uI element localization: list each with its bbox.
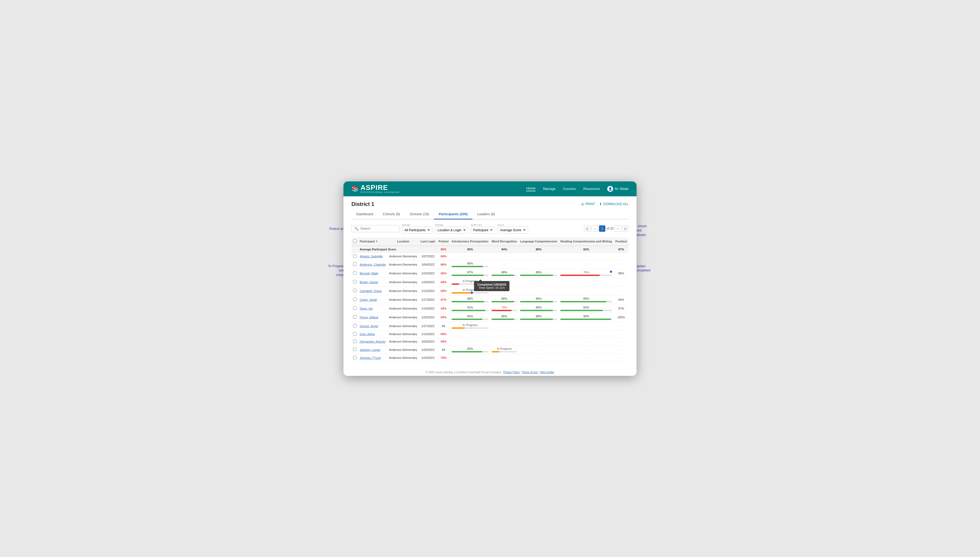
row-checkbox[interactable]	[353, 254, 357, 258]
last-login-cell: 1/13/2022	[419, 330, 437, 338]
location-cell: Anderson Elementary	[387, 295, 419, 304]
row-checkbox-cell[interactable]	[351, 252, 358, 260]
tab-leaders[interactable]: Leaders (8)	[473, 209, 500, 220]
nav-link-home[interactable]: Home	[526, 186, 536, 191]
score-cell: -	[490, 338, 519, 345]
search-box[interactable]: 🔍	[351, 225, 400, 232]
tab-participants[interactable]: Participants (200)	[434, 209, 473, 220]
print-button[interactable]: 🖨 PRINT	[581, 202, 595, 206]
search-input[interactable]	[360, 227, 396, 230]
participant-link[interactable]: Anderson, Charlotte	[360, 263, 386, 266]
participant-link[interactable]: Hernandez, Antonio	[360, 340, 386, 343]
bar-track	[492, 275, 517, 276]
nav-link-courses[interactable]: Courses	[563, 187, 576, 191]
table-row: Alvarez, Gabrielle Anderson Elementary 1…	[351, 252, 629, 260]
score-value: 91%	[467, 306, 473, 309]
row-checkbox[interactable]	[353, 271, 357, 275]
nav-user[interactable]: 👤 M. Wade	[607, 186, 629, 192]
row-checkbox[interactable]	[353, 280, 357, 283]
pagination: ⟨⟨ ‹ 1 of 20 › ⟩⟩	[584, 225, 629, 232]
posttest-value: 97%	[618, 307, 624, 310]
tab-dashboard[interactable]: Dashboard	[351, 209, 378, 220]
row-checkbox[interactable]	[353, 348, 357, 351]
current-page[interactable]: 1	[599, 225, 605, 232]
privacy-policy-link[interactable]: Privacy Policy	[503, 371, 520, 374]
last-page-button[interactable]: ⟩⟩	[622, 225, 629, 232]
row-checkbox[interactable]	[353, 298, 357, 301]
posttest-cell: -	[614, 260, 629, 269]
row-checkbox-cell[interactable]	[351, 269, 358, 278]
score-value: 85%	[467, 262, 473, 265]
participant-link[interactable]: Carter, Sarah	[360, 298, 377, 301]
last-login-cell: 1/27/2022	[419, 321, 437, 330]
participant-link[interactable]: Davis, Ian	[360, 307, 373, 310]
score-cell: 88%	[490, 313, 519, 321]
row-checkbox-cell[interactable]	[351, 338, 358, 345]
participant-link[interactable]: Jackson, Lamar	[360, 348, 380, 351]
location-cell: Anderson Elementary	[387, 304, 419, 313]
score-cell: -	[519, 287, 559, 295]
sort-dropdown: Sort by Participant	[471, 224, 495, 234]
participant-link[interactable]: Flores, Elliana	[360, 316, 378, 319]
in-progress-label: In Progress	[463, 288, 478, 292]
participant-link[interactable]: Gomez, Angel	[360, 324, 378, 327]
row-checkbox[interactable]	[353, 315, 357, 319]
row-checkbox-cell[interactable]	[351, 330, 358, 338]
row-checkbox-cell[interactable]	[351, 354, 358, 362]
tab-schools[interactable]: Schools (16)	[405, 209, 434, 220]
row-checkbox-cell[interactable]	[351, 345, 358, 354]
show-location-select[interactable]: Location & Login	[435, 227, 468, 234]
bar-fill	[492, 275, 514, 276]
row-checkbox-cell[interactable]	[351, 278, 358, 287]
data-select[interactable]: Average Score	[498, 227, 528, 234]
nav-link-manage[interactable]: Manage	[543, 187, 556, 191]
row-checkbox[interactable]	[353, 340, 357, 343]
nav-link-resources[interactable]: Resources	[583, 187, 600, 191]
row-checkbox[interactable]	[353, 262, 357, 266]
reading-cell: -	[559, 287, 614, 295]
show-participants-select[interactable]: All Participants	[402, 227, 432, 234]
pretest-cell: 66%	[437, 260, 450, 269]
participant-name-cell: Gomez, Angel	[358, 321, 387, 330]
th-location: Location	[387, 237, 419, 246]
participant-name-cell: Jimenez, Ty'Lee	[358, 354, 387, 362]
row-checkbox[interactable]	[353, 356, 357, 359]
pretest-value: 44%	[441, 307, 447, 310]
sort-select[interactable]: Participant	[471, 227, 495, 234]
participant-link[interactable]: Campbell, Grace	[360, 289, 382, 293]
next-page-button[interactable]: ›	[615, 225, 621, 232]
row-checkbox[interactable]	[353, 306, 357, 310]
participant-link[interactable]: Gray, Aisha	[360, 332, 375, 336]
row-checkbox-cell[interactable]	[351, 321, 358, 330]
terms-of-use-link[interactable]: Terms of Use	[522, 371, 538, 374]
row-checkbox-cell[interactable]	[351, 295, 358, 304]
bar-track	[520, 319, 557, 320]
bar-fill	[492, 310, 512, 311]
select-all-checkbox[interactable]	[353, 239, 357, 243]
participant-link[interactable]: Jimenez, Ty'Lee	[360, 356, 381, 359]
download-button[interactable]: ⬇ DOWNLOAD ALL	[599, 202, 629, 206]
row-checkbox[interactable]	[353, 289, 357, 292]
participant-link[interactable]: Bennett, Malik	[360, 272, 378, 275]
bar-track	[452, 301, 488, 302]
row-checkbox[interactable]	[353, 332, 357, 336]
row-checkbox[interactable]	[353, 324, 357, 327]
th-language-comprehension: Language Comprehension	[519, 237, 559, 246]
row-checkbox-cell[interactable]	[351, 313, 358, 321]
bar-fill	[492, 351, 499, 352]
prev-page-button[interactable]: ‹	[592, 225, 598, 232]
first-page-button[interactable]: ⟨⟨	[584, 225, 590, 232]
avg-posttest: 97%	[614, 246, 629, 253]
participant-name-cell: Davis, Ian	[358, 304, 387, 313]
bar-fill	[560, 310, 603, 311]
help-center-link[interactable]: Help Center	[540, 371, 554, 374]
row-checkbox-cell[interactable]	[351, 304, 358, 313]
posttest-cell: -	[614, 330, 629, 338]
participant-link[interactable]: Alvarez, Gabrielle	[360, 255, 383, 258]
participant-link[interactable]: Brown, Daniel	[360, 280, 378, 284]
posttest-cell: 97%	[614, 304, 629, 313]
row-checkbox-cell[interactable]	[351, 260, 358, 269]
row-checkbox-cell[interactable]	[351, 287, 358, 295]
score-value: 88%	[501, 270, 507, 274]
tab-cohorts[interactable]: Cohorts (8)	[378, 209, 405, 220]
